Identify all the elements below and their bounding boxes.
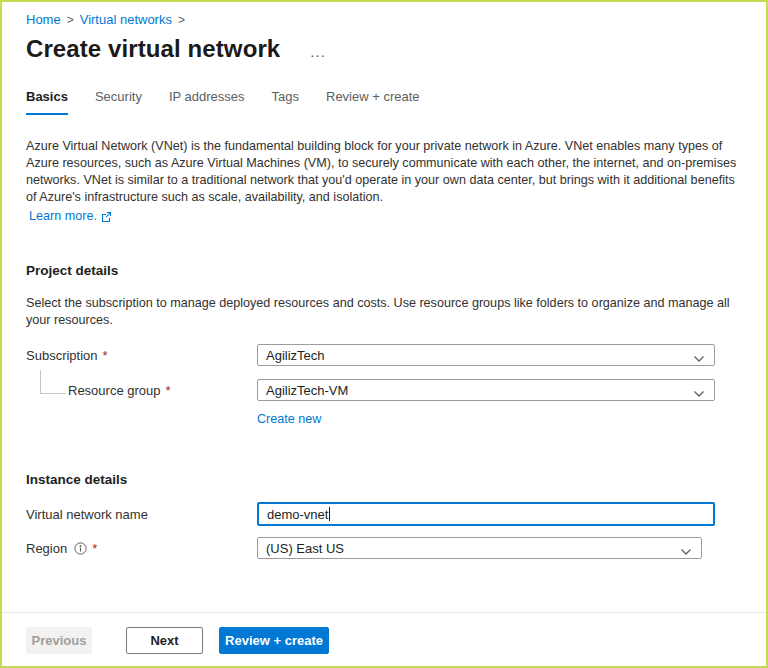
chevron-down-icon [680,544,692,559]
subscription-field: AgilizTech [257,344,715,366]
required-asterisk: * [92,541,97,556]
chevron-down-icon [693,386,705,401]
breadcrumb: Home > Virtual networks > [26,12,742,27]
tab-tags[interactable]: Tags [272,89,299,115]
resource-group-field: AgilizTech-VM [257,379,715,401]
tab-review-create[interactable]: Review + create [326,89,420,115]
create-virtual-network-blade: Home > Virtual networks > Create virtual… [0,0,768,668]
page-title: Create virtual network [26,35,280,63]
vnet-intro-text: Azure Virtual Network (VNet) is the fund… [26,138,740,206]
chevron-down-icon [693,351,705,366]
project-details-description: Select the subscription to manage deploy… [26,295,740,329]
region-selected-value: (US) East US [266,541,344,556]
resource-group-label: Resource group * [26,383,257,398]
breadcrumb-separator-icon: > [178,13,185,27]
vnet-name-value: demo-vnet [267,507,328,522]
instance-details-form: Virtual network name demo-vnet Region [26,502,742,559]
child-field-connector-line [40,370,66,394]
required-asterisk: * [103,348,108,363]
vnet-name-row: Virtual network name demo-vnet [26,502,742,526]
info-icon[interactable] [74,542,87,555]
region-field: (US) East US [257,537,702,559]
breadcrumb-home-link[interactable]: Home [26,12,61,27]
tab-basics[interactable]: Basics [26,89,68,115]
subscription-selected-value: AgilizTech [266,348,325,363]
region-label: Region * [26,541,257,556]
region-row: Region * (US) East US [26,537,742,559]
subscription-row: Subscription * AgilizTech [26,344,742,366]
project-details-heading: Project details [26,263,742,278]
subscription-dropdown[interactable]: AgilizTech [257,344,715,366]
region-dropdown[interactable]: (US) East US [257,537,702,559]
subscription-label: Subscription * [26,348,257,363]
resource-group-label-text: Resource group [68,383,161,398]
vnet-name-input[interactable]: demo-vnet [257,502,715,526]
resource-group-selected-value: AgilizTech-VM [266,383,348,398]
resource-group-dropdown[interactable]: AgilizTech-VM [257,379,715,401]
wizard-footer: Previous Next Review + create [2,612,766,666]
vnet-name-label: Virtual network name [26,507,257,522]
region-label-text: Region [26,541,67,556]
instance-details-heading: Instance details [26,472,742,487]
previous-button[interactable]: Previous [26,627,92,654]
create-new-row: Create new [26,409,742,427]
resource-group-row: Resource group * AgilizTech-VM [26,379,742,401]
project-details-form: Subscription * AgilizTech Resource g [26,344,742,427]
vnet-name-label-text: Virtual network name [26,507,148,522]
subscription-label-text: Subscription [26,348,98,363]
blade-content: Home > Virtual networks > Create virtual… [2,2,766,559]
create-new-resource-group-link[interactable]: Create new [257,412,321,426]
learn-more-label: Learn more. [29,209,97,223]
title-row: Create virtual network ... [26,35,742,63]
context-menu-ellipsis-icon[interactable]: ... [310,41,326,57]
external-link-icon [101,211,112,222]
next-button[interactable]: Next [126,627,203,654]
text-cursor [329,507,330,521]
review-create-button[interactable]: Review + create [219,627,329,654]
breadcrumb-virtual-networks-link[interactable]: Virtual networks [80,12,172,27]
learn-more-link[interactable]: Learn more. [29,209,112,223]
vnet-name-field: demo-vnet [257,502,715,526]
breadcrumb-separator-icon: > [67,13,74,27]
required-asterisk: * [166,383,171,398]
tab-ip-addresses[interactable]: IP addresses [169,89,245,115]
tab-bar: Basics Security IP addresses Tags Review… [26,89,742,115]
tab-security[interactable]: Security [95,89,142,115]
